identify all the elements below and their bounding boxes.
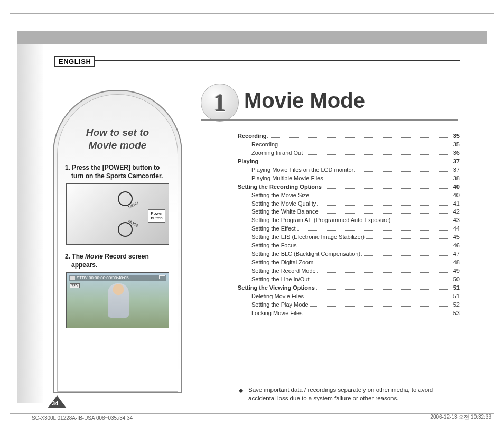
- toc-row: Setting the Movie Quality 41: [238, 200, 460, 208]
- toc-row: Setting the Effect 44: [238, 225, 460, 233]
- toc-page: 47: [453, 250, 460, 259]
- battery-icon: [159, 275, 165, 279]
- toc-row: Setting the Record Mode 49: [238, 267, 460, 275]
- toc-row: Setting the EIS (Electronic Image Stabil…: [238, 233, 460, 242]
- step-1: 1. Press the [POWER] button to turn on t…: [65, 163, 170, 180]
- toc-page: 53: [453, 309, 460, 318]
- toc-page: 40: [453, 191, 460, 200]
- toc-row: Setting the Line In/Out 50: [238, 275, 460, 284]
- sidebar-capsule: How to set to Movie mode 1. Press the [P…: [53, 90, 182, 393]
- illustration-record-screen: STBY 00:00:00:00/00:40:05 720i: [66, 272, 169, 328]
- step-2: 2. The Movie Record screen appears.: [65, 252, 170, 269]
- toc-page: 51: [453, 292, 460, 301]
- toc-leader-dots: [316, 289, 452, 290]
- osd-top-bar: STBY 00:00:00:00/00:40:05: [69, 275, 166, 281]
- toc-label: Setting the Movie Quality: [251, 200, 316, 208]
- toc-leader-dots: [392, 222, 452, 222]
- toc-label: Setting the Recording Options: [238, 183, 322, 191]
- footer-left: SC-X300L 01228A-IB-USA 008~035.i34 34: [32, 415, 133, 421]
- toc-leader-dots: [317, 205, 452, 206]
- toc-row: Setting the BLC (Backlight Compensation)…: [238, 250, 460, 259]
- toc-page: 48: [453, 259, 460, 267]
- toc-row: Playing Multiple Movie Files 38: [238, 174, 460, 183]
- toc-label: Recording: [238, 132, 266, 141]
- sidebar-inner: How to set to Movie mode 1. Press the [P…: [57, 94, 178, 392]
- toc-label: Setting the Program AE (Programmed Auto …: [251, 216, 391, 225]
- osd-text: STBY 00:00:00:00/00:40:05: [77, 275, 129, 280]
- toc-row: Setting the Program AE (Programmed Auto …: [238, 216, 460, 225]
- left-gray-band: [17, 44, 43, 403]
- toc-row: Setting the Recording Options 40: [238, 183, 460, 191]
- toc-leader-dots: [259, 163, 452, 163]
- toc-page: 36: [453, 149, 460, 158]
- toc-page: 52: [453, 301, 460, 309]
- toc-row: Deleting Movie Files 51: [238, 292, 460, 301]
- illustration-power-button: MENU MODE Power button: [66, 183, 169, 245]
- footnote-text: Save important data / recordings separat…: [248, 386, 461, 402]
- toc-leader-dots: [314, 264, 452, 264]
- callout-line: [133, 214, 145, 214]
- toc-label: Deleting Movie Files: [251, 292, 304, 301]
- toc-label: Zooming In and Out: [251, 149, 303, 158]
- footnote: ◆ Save important data / recordings separ…: [239, 386, 461, 402]
- toc-page: 51: [453, 284, 460, 292]
- toc-label: Setting the Play Mode: [251, 301, 309, 309]
- toc-page: 49: [453, 267, 460, 275]
- toc-leader-dots: [366, 238, 452, 239]
- toc-leader-dots: [320, 213, 452, 214]
- toc-label: Setting the Focus: [251, 242, 297, 250]
- toc-page: 43: [453, 216, 460, 225]
- toc-leader-dots: [304, 154, 452, 155]
- toc-page: 46: [453, 242, 460, 250]
- toc-leader-dots: [310, 197, 452, 197]
- title-underline: [201, 119, 458, 121]
- toc-row: Recording 35: [238, 141, 460, 149]
- toc-leader-dots: [323, 188, 452, 189]
- diamond-icon: ◆: [239, 386, 243, 402]
- toc-label: Setting the White Balance: [251, 208, 319, 216]
- header-rule: [95, 60, 460, 61]
- resolution-badge: 720i: [70, 283, 80, 288]
- toc-page: 35: [453, 141, 460, 149]
- toc-page: 35: [453, 132, 460, 141]
- toc-label: Setting the Movie Size: [251, 191, 309, 200]
- footer-right: 2006-12-13 오전 10:32:33: [430, 413, 491, 421]
- toc-leader-dots: [298, 247, 452, 247]
- sidebar-title: How to set to Movie mode: [65, 126, 170, 152]
- chapter-number-badge: 1: [201, 84, 239, 122]
- camera-icon: [70, 276, 75, 280]
- toc-page: 50: [453, 275, 460, 284]
- table-of-contents: Recording 35Recording 35Zooming In and O…: [238, 132, 460, 318]
- sidebar-title-line1: How to set to: [86, 127, 149, 138]
- toc-label: Playing Movie Files on the LCD monitor: [251, 166, 353, 174]
- toc-label: Setting the Line In/Out: [251, 275, 309, 284]
- toc-label: Locking Movie Files: [251, 309, 303, 318]
- toc-leader-dots: [304, 315, 452, 315]
- toc-leader-dots: [361, 255, 452, 256]
- toc-leader-dots: [354, 171, 452, 172]
- toc-row: Setting the Movie Size 40: [238, 191, 460, 200]
- toc-label: Playing: [238, 158, 258, 166]
- top-gray-bar: [17, 31, 487, 44]
- toc-page: 37: [453, 158, 460, 166]
- toc-leader-dots: [305, 298, 452, 298]
- toc-leader-dots: [324, 180, 452, 180]
- toc-leader-dots: [310, 306, 452, 307]
- toc-page: 40: [453, 183, 460, 191]
- toc-row: Setting the White Balance 42: [238, 208, 460, 216]
- sample-subject: [108, 283, 129, 318]
- toc-page: 37: [453, 166, 460, 174]
- toc-leader-dots: [297, 230, 452, 231]
- toc-row: Playing 37: [238, 158, 460, 166]
- toc-row: Setting the Play Mode 52: [238, 301, 460, 309]
- toc-label: Setting the EIS (Electronic Image Stabil…: [251, 233, 365, 242]
- chapter-number: 1: [214, 89, 226, 117]
- toc-label: Setting the BLC (Backlight Compensation): [251, 250, 360, 259]
- toc-row: Locking Movie Files 53: [238, 309, 460, 318]
- language-label: ENGLISH: [54, 56, 95, 67]
- toc-label: Recording: [251, 141, 278, 149]
- toc-label: Setting the Record Mode: [251, 267, 316, 275]
- page-number: 34: [52, 400, 58, 407]
- toc-page: 44: [453, 225, 460, 233]
- toc-page: 45: [453, 233, 460, 242]
